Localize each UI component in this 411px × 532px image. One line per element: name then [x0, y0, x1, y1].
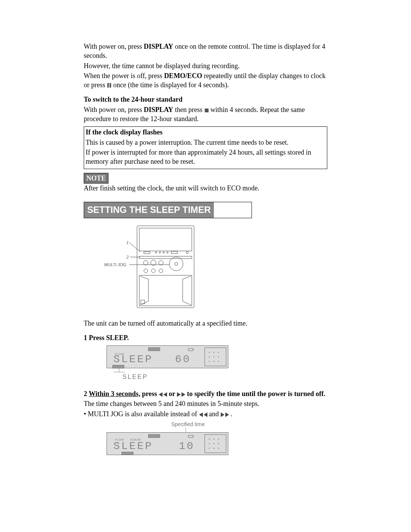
- svg-point-63: [209, 439, 210, 440]
- svg-point-15: [143, 260, 148, 265]
- svg-point-37: [213, 356, 215, 358]
- stop-icon: [204, 108, 209, 113]
- svg-marker-48: [177, 392, 181, 397]
- fast-forward-icon: [177, 392, 185, 397]
- rewind-icon: [159, 392, 167, 397]
- svg-point-40: [213, 361, 215, 362]
- fast-forward-icon: [221, 412, 229, 417]
- svg-point-66: [209, 443, 210, 444]
- lcd-display-step2: Specified time SLEEP 10 FLOAT ALBUM: [107, 422, 228, 456]
- svg-point-67: [213, 443, 215, 444]
- paragraph: With power on, press DISPLAY once on the…: [84, 42, 327, 61]
- svg-rect-1: [110, 83, 111, 88]
- svg-point-39: [209, 361, 210, 362]
- svg-point-8: [163, 252, 164, 253]
- info-box: If the clock display flashes This is cau…: [84, 126, 327, 169]
- paragraph: However, the time cannot be displayed du…: [84, 61, 327, 70]
- svg-line-23: [129, 243, 140, 252]
- svg-point-69: [209, 448, 210, 449]
- note-label: NOTE: [84, 173, 108, 184]
- svg-point-19: [151, 269, 155, 273]
- subheading: To switch to the 24-hour standard: [84, 95, 327, 104]
- step-heading: 1 Press SLEEP.: [84, 333, 327, 342]
- svg-rect-2: [205, 109, 209, 112]
- svg-point-20: [159, 269, 163, 273]
- svg-text:60: 60: [175, 353, 191, 365]
- svg-text:SLEEP: SLEEP: [113, 440, 153, 452]
- svg-point-65: [218, 439, 219, 440]
- svg-text:ALBUM: ALBUM: [130, 438, 141, 441]
- paragraph: The time changes between 5 and 240 minut…: [84, 399, 327, 408]
- paragraph: When the power is off, press DEMO/ECO re…: [84, 71, 327, 90]
- paragraph: • MULTI JOG is also available instead of…: [84, 409, 327, 419]
- svg-point-13: [169, 257, 183, 271]
- lcd-display-step1: SLEEP 60 FLOAT SLEEP: [107, 345, 228, 382]
- svg-rect-31: [113, 365, 124, 368]
- pause-icon: [107, 83, 112, 88]
- svg-rect-0: [107, 83, 109, 88]
- step-heading: 2 Within 3 seconds, press or to specify …: [84, 389, 327, 398]
- svg-text:FLOAT: FLOAT: [115, 438, 124, 441]
- svg-point-71: [218, 448, 219, 449]
- svg-rect-61: [122, 452, 133, 455]
- svg-marker-49: [182, 392, 185, 397]
- svg-marker-50: [199, 412, 203, 417]
- svg-rect-4: [139, 228, 192, 251]
- svg-text:10: 10: [179, 440, 195, 452]
- paragraph: With power on, press DISPLAY then press …: [84, 105, 327, 124]
- svg-rect-5: [144, 252, 150, 254]
- svg-marker-51: [204, 412, 207, 417]
- svg-point-7: [159, 252, 161, 253]
- callout-1: 1: [126, 240, 129, 245]
- svg-rect-28: [148, 348, 160, 351]
- svg-point-34: [213, 352, 215, 353]
- svg-point-17: [159, 260, 163, 265]
- svg-rect-21: [139, 275, 192, 306]
- multijog-label: MULTI JOG: [104, 262, 126, 267]
- svg-marker-53: [225, 412, 229, 417]
- svg-point-35: [218, 352, 219, 353]
- svg-point-64: [213, 439, 215, 440]
- svg-rect-12: [139, 256, 192, 259]
- svg-point-36: [209, 356, 210, 358]
- svg-text:SLEEP: SLEEP: [123, 374, 148, 380]
- svg-point-11: [186, 251, 188, 254]
- svg-text:Specified time: Specified time: [171, 422, 205, 427]
- callout-2: 2: [126, 255, 129, 259]
- svg-rect-58: [148, 435, 160, 438]
- svg-point-33: [209, 352, 210, 353]
- svg-point-38: [218, 356, 219, 358]
- svg-marker-52: [221, 412, 225, 417]
- device-illustration: 1 2 MULTI JOG: [103, 222, 198, 313]
- svg-rect-10: [171, 251, 177, 254]
- svg-point-9: [167, 252, 168, 253]
- svg-point-14: [175, 262, 178, 265]
- svg-text:FLOAT: FLOAT: [115, 352, 124, 356]
- svg-point-6: [155, 252, 157, 253]
- paragraph: After finish setting the clock, the unit…: [84, 184, 327, 193]
- rewind-icon: [199, 412, 207, 417]
- paragraph: The unit can be turned off automatically…: [84, 319, 327, 328]
- section-header: SETTING THE SLEEP TIMER: [84, 202, 252, 218]
- svg-marker-46: [159, 392, 162, 397]
- svg-marker-47: [163, 392, 167, 397]
- svg-point-41: [218, 361, 219, 362]
- svg-point-68: [218, 443, 219, 444]
- svg-rect-3: [137, 226, 194, 308]
- svg-point-18: [144, 269, 148, 273]
- svg-point-70: [213, 448, 215, 449]
